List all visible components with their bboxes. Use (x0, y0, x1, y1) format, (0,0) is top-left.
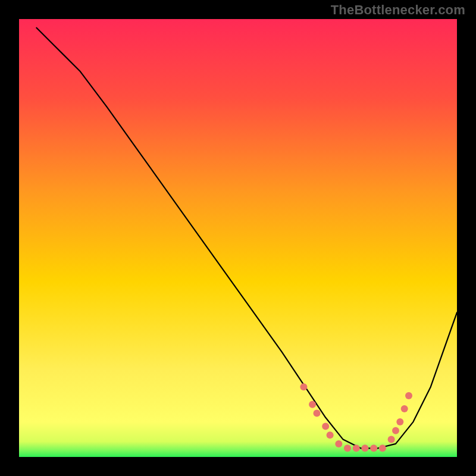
marker-point (344, 444, 351, 452)
marker-point (309, 401, 316, 408)
marker-point (327, 431, 334, 439)
chart-frame: TheBottlenecker.com (0, 0, 476, 476)
marker-point (392, 427, 399, 434)
chart-plot (19, 19, 457, 457)
chart-svg (19, 19, 457, 457)
watermark-text: TheBottlenecker.com (331, 2, 465, 18)
marker-point (405, 392, 412, 399)
marker-point (335, 440, 342, 447)
marker-point (322, 423, 329, 430)
marker-point (353, 444, 360, 452)
marker-point (314, 409, 321, 416)
marker-point (401, 405, 408, 412)
marker-point (300, 383, 307, 390)
marker-point (370, 444, 377, 452)
marker-point (379, 444, 386, 452)
marker-point (388, 436, 395, 443)
gradient-background (19, 19, 457, 457)
marker-point (396, 418, 403, 425)
marker-point (361, 444, 368, 452)
